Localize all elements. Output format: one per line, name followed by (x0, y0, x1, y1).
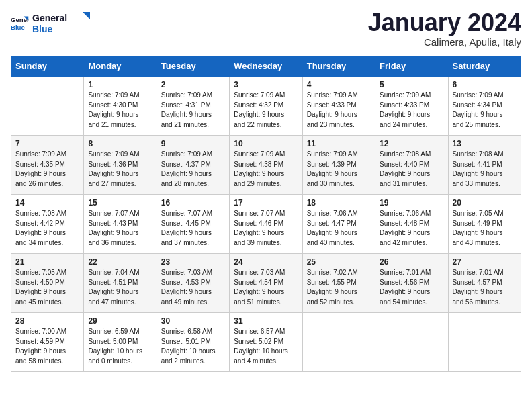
svg-text:General: General (32, 13, 67, 24)
day-number: 8 (88, 139, 152, 148)
title-section: January 2024 Calimera, Apulia, Italy (368, 11, 521, 48)
day-header-tuesday: Tuesday (157, 56, 229, 77)
calendar-cell: 1Sunrise: 7:09 AMSunset: 4:30 PMDaylight… (84, 77, 157, 136)
day-number: 28 (15, 316, 79, 326)
calendar-cell: 3Sunrise: 7:09 AMSunset: 4:32 PMDaylight… (230, 77, 302, 136)
day-header-thursday: Thursday (302, 56, 375, 77)
calendar-week-5: 28Sunrise: 7:00 AMSunset: 4:59 PMDayligh… (11, 313, 521, 372)
page-header: General Blue General Blue General Blue J… (11, 11, 521, 48)
svg-marker-5 (83, 12, 90, 19)
calendar-cell: 10Sunrise: 7:09 AMSunset: 4:38 PMDayligh… (230, 136, 302, 195)
day-info: Sunrise: 7:07 AMSunset: 4:45 PMDaylight:… (161, 209, 225, 248)
day-info: Sunrise: 6:58 AMSunset: 5:01 PMDaylight:… (161, 327, 225, 366)
calendar-week-4: 21Sunrise: 7:05 AMSunset: 4:50 PMDayligh… (11, 254, 521, 313)
calendar-cell: 13Sunrise: 7:08 AMSunset: 4:41 PMDayligh… (448, 136, 521, 195)
calendar-cell: 27Sunrise: 7:01 AMSunset: 4:57 PMDayligh… (448, 254, 521, 313)
day-info: Sunrise: 7:09 AMSunset: 4:33 PMDaylight:… (380, 91, 443, 130)
calendar-cell: 23Sunrise: 7:03 AMSunset: 4:53 PMDayligh… (157, 254, 229, 313)
calendar-cell: 18Sunrise: 7:06 AMSunset: 4:47 PMDayligh… (302, 195, 375, 254)
day-number: 22 (88, 257, 152, 267)
calendar-cell: 22Sunrise: 7:04 AMSunset: 4:51 PMDayligh… (84, 254, 157, 313)
day-info: Sunrise: 7:09 AMSunset: 4:32 PMDaylight:… (234, 91, 298, 130)
location-subtitle: Calimera, Apulia, Italy (368, 36, 521, 48)
day-info: Sunrise: 7:00 AMSunset: 4:59 PMDaylight:… (15, 327, 79, 366)
day-number: 3 (234, 80, 298, 89)
calendar-cell (302, 313, 375, 372)
calendar-cell: 14Sunrise: 7:08 AMSunset: 4:42 PMDayligh… (11, 195, 84, 254)
calendar-header: SundayMondayTuesdayWednesdayThursdayFrid… (11, 56, 521, 77)
day-info: Sunrise: 7:02 AMSunset: 4:55 PMDaylight:… (307, 268, 371, 307)
calendar-cell: 12Sunrise: 7:08 AMSunset: 4:40 PMDayligh… (375, 136, 448, 195)
day-info: Sunrise: 7:03 AMSunset: 4:53 PMDaylight:… (161, 268, 225, 307)
calendar-cell: 5Sunrise: 7:09 AMSunset: 4:33 PMDaylight… (375, 77, 448, 136)
day-info: Sunrise: 7:09 AMSunset: 4:35 PMDaylight:… (15, 150, 79, 189)
calendar-cell: 28Sunrise: 7:00 AMSunset: 4:59 PMDayligh… (11, 313, 84, 372)
calendar-week-3: 14Sunrise: 7:08 AMSunset: 4:42 PMDayligh… (11, 195, 521, 254)
month-title: January 2024 (368, 11, 521, 35)
day-number: 6 (453, 80, 517, 89)
calendar-week-1: 1Sunrise: 7:09 AMSunset: 4:30 PMDaylight… (11, 77, 521, 136)
day-info: Sunrise: 7:07 AMSunset: 4:46 PMDaylight:… (234, 209, 298, 248)
day-number: 23 (161, 257, 225, 267)
day-number: 19 (380, 198, 443, 208)
calendar-cell (11, 77, 84, 136)
calendar-cell (448, 313, 521, 372)
day-number: 15 (88, 198, 152, 208)
day-info: Sunrise: 7:09 AMSunset: 4:37 PMDaylight:… (161, 150, 225, 189)
day-header-saturday: Saturday (448, 56, 521, 77)
day-header-monday: Monday (84, 56, 157, 77)
day-info: Sunrise: 7:08 AMSunset: 4:40 PMDaylight:… (380, 150, 443, 189)
day-info: Sunrise: 7:09 AMSunset: 4:36 PMDaylight:… (88, 150, 152, 189)
day-info: Sunrise: 7:09 AMSunset: 4:33 PMDaylight:… (307, 91, 371, 130)
calendar-cell: 2Sunrise: 7:09 AMSunset: 4:31 PMDaylight… (157, 77, 229, 136)
day-header-friday: Friday (375, 56, 448, 77)
calendar-cell: 31Sunrise: 6:57 AMSunset: 5:02 PMDayligh… (230, 313, 302, 372)
day-number: 4 (307, 80, 371, 89)
calendar-cell: 6Sunrise: 7:09 AMSunset: 4:34 PMDaylight… (448, 77, 521, 136)
day-info: Sunrise: 7:08 AMSunset: 4:42 PMDaylight:… (15, 209, 79, 248)
day-number: 12 (380, 139, 443, 148)
calendar-cell: 30Sunrise: 6:58 AMSunset: 5:01 PMDayligh… (157, 313, 229, 372)
day-info: Sunrise: 7:06 AMSunset: 4:48 PMDaylight:… (380, 209, 443, 248)
day-info: Sunrise: 7:04 AMSunset: 4:51 PMDaylight:… (88, 268, 152, 307)
day-info: Sunrise: 7:09 AMSunset: 4:34 PMDaylight:… (453, 91, 517, 130)
calendar-cell: 29Sunrise: 6:59 AMSunset: 5:00 PMDayligh… (84, 313, 157, 372)
day-info: Sunrise: 7:09 AMSunset: 4:30 PMDaylight:… (88, 91, 152, 130)
day-info: Sunrise: 7:01 AMSunset: 4:56 PMDaylight:… (380, 268, 443, 307)
calendar-cell: 7Sunrise: 7:09 AMSunset: 4:35 PMDaylight… (11, 136, 84, 195)
day-number: 27 (453, 257, 517, 267)
day-info: Sunrise: 7:09 AMSunset: 4:39 PMDaylight:… (307, 150, 371, 189)
day-number: 31 (234, 316, 298, 326)
calendar-cell (375, 313, 448, 372)
day-number: 17 (234, 198, 298, 208)
day-number: 18 (307, 198, 371, 208)
calendar-cell: 9Sunrise: 7:09 AMSunset: 4:37 PMDaylight… (157, 136, 229, 195)
calendar-cell: 15Sunrise: 7:07 AMSunset: 4:43 PMDayligh… (84, 195, 157, 254)
calendar-cell: 25Sunrise: 7:02 AMSunset: 4:55 PMDayligh… (302, 254, 375, 313)
svg-text:Blue: Blue (32, 24, 53, 34)
day-number: 25 (307, 257, 371, 267)
svg-text:Blue: Blue (11, 24, 25, 31)
day-number: 5 (380, 80, 443, 89)
calendar-cell: 21Sunrise: 7:05 AMSunset: 4:50 PMDayligh… (11, 254, 84, 313)
day-info: Sunrise: 7:08 AMSunset: 4:41 PMDaylight:… (453, 150, 517, 189)
day-info: Sunrise: 7:05 AMSunset: 4:50 PMDaylight:… (15, 268, 79, 307)
day-number: 26 (380, 257, 443, 267)
calendar-cell: 20Sunrise: 7:05 AMSunset: 4:49 PMDayligh… (448, 195, 521, 254)
day-number: 7 (15, 139, 79, 148)
day-info: Sunrise: 7:06 AMSunset: 4:47 PMDaylight:… (307, 209, 371, 248)
day-number: 1 (88, 80, 152, 89)
day-number: 9 (161, 139, 225, 148)
calendar-week-2: 7Sunrise: 7:09 AMSunset: 4:35 PMDaylight… (11, 136, 521, 195)
day-info: Sunrise: 6:59 AMSunset: 5:00 PMDaylight:… (88, 327, 152, 366)
day-header-sunday: Sunday (11, 56, 84, 77)
calendar-cell: 8Sunrise: 7:09 AMSunset: 4:36 PMDaylight… (84, 136, 157, 195)
logo: General Blue General Blue General Blue (11, 11, 93, 36)
calendar-cell: 17Sunrise: 7:07 AMSunset: 4:46 PMDayligh… (230, 195, 302, 254)
day-number: 14 (15, 198, 79, 208)
calendar-cell: 26Sunrise: 7:01 AMSunset: 4:56 PMDayligh… (375, 254, 448, 313)
calendar-cell: 24Sunrise: 7:03 AMSunset: 4:54 PMDayligh… (230, 254, 302, 313)
calendar-table: SundayMondayTuesdayWednesdayThursdayFrid… (11, 56, 521, 372)
logo-graphic: General Blue (32, 11, 93, 36)
day-info: Sunrise: 7:03 AMSunset: 4:54 PMDaylight:… (234, 268, 298, 307)
